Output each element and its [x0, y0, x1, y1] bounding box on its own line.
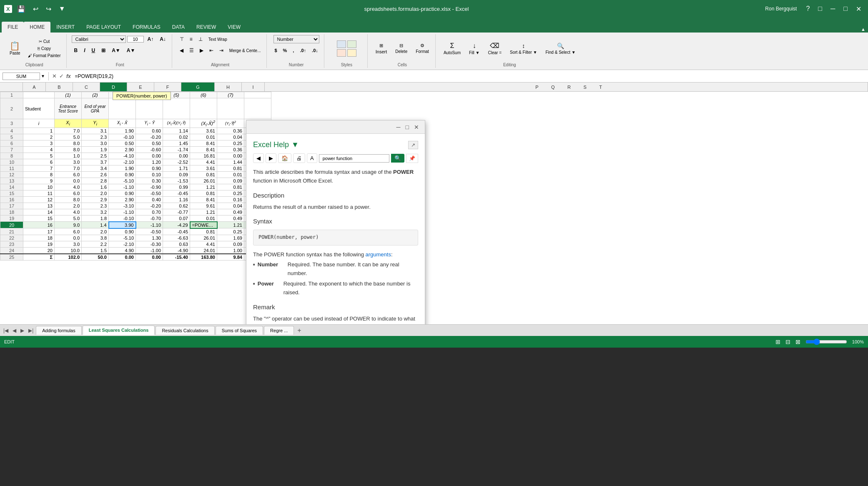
cell-D1[interactable]: (3) — [109, 92, 136, 98]
cell-A6[interactable]: 3 — [23, 140, 55, 146]
cell-H2[interactable] — [217, 98, 244, 119]
cell-C7[interactable]: 1.9 — [82, 146, 109, 153]
cell-B1[interactable]: (1) — [55, 92, 82, 98]
cell-A10[interactable]: 6 — [23, 159, 55, 165]
currency-button[interactable]: $ — [272, 47, 279, 54]
col-header-C[interactable]: C — [73, 83, 100, 91]
insert-cells-button[interactable]: ⊞ Insert — [373, 41, 390, 56]
find-select-button[interactable]: 🔍 Find & Select ▼ — [542, 41, 578, 56]
cell-F23[interactable]: 0.63 — [163, 241, 190, 247]
cell-D25[interactable]: 0.00 — [109, 254, 136, 261]
cell-B6[interactable]: 8.0 — [55, 140, 82, 146]
help-search-button[interactable]: 🔍 — [391, 154, 404, 163]
cell-D22[interactable]: -5.10 — [109, 235, 136, 241]
cell-H12[interactable]: 0.01 — [217, 171, 244, 178]
merge-center-button[interactable]: Merge & Cente... — [227, 47, 263, 54]
font-color-button[interactable]: A▼ — [124, 46, 138, 55]
cell-F4[interactable]: 1.14 — [163, 128, 190, 134]
tab-data[interactable]: DATA — [166, 22, 191, 33]
cell-H3[interactable]: (Yi-Ȳ)2 — [217, 119, 244, 128]
formula-input[interactable] — [73, 73, 865, 80]
help-search-input[interactable]: power function — [319, 154, 389, 163]
help-args-link[interactable]: arguments — [366, 251, 391, 258]
cell-B22[interactable]: 0.0 — [55, 235, 82, 241]
delete-cells-button[interactable]: ⊟ Delete — [392, 41, 410, 55]
name-box[interactable]: SUM — [3, 73, 40, 80]
help-button[interactable]: ? — [803, 4, 812, 13]
format-cells-button[interactable]: ⚙ Format — [413, 41, 432, 55]
font-decrease-button[interactable]: A↓ — [157, 35, 168, 43]
cell-D6[interactable]: 0.50 — [109, 140, 136, 146]
clear-button[interactable]: ⌫ Clear = — [485, 40, 504, 57]
tab-insert[interactable]: INSERT — [50, 22, 80, 33]
cell-F13[interactable]: -1.53 — [163, 178, 190, 184]
cell-A15[interactable]: 11 — [23, 190, 55, 196]
maximize-button[interactable]: □ — [841, 4, 850, 13]
cell-A17[interactable]: 13 — [23, 203, 55, 209]
cell-D11[interactable]: 1.90 — [109, 165, 136, 171]
collapse-ribbon-button[interactable]: ▲ — [858, 26, 868, 33]
col-header-I[interactable]: I — [242, 83, 265, 91]
cell-G23[interactable]: 4.41 — [190, 241, 217, 247]
cell-H7[interactable]: 0.36 — [217, 146, 244, 153]
cell-A22[interactable]: 18 — [23, 235, 55, 241]
cell-F1[interactable]: (5) — [163, 92, 190, 98]
percent-button[interactable]: % — [281, 47, 290, 54]
cell-C8[interactable]: 2.5 — [82, 153, 109, 159]
cell-D2[interactable] — [109, 98, 136, 119]
cell-C21[interactable]: 2.0 — [82, 228, 109, 235]
cell-H16[interactable]: 0.16 — [217, 196, 244, 203]
bold-button[interactable]: B — [72, 46, 80, 55]
cell-G17[interactable]: 9.61 — [190, 203, 217, 209]
cell-F21[interactable]: -0.45 — [163, 228, 190, 235]
align-middle-button[interactable]: ≡ — [187, 35, 195, 43]
cell-G5[interactable]: 0.01 — [190, 134, 217, 140]
cell-E17[interactable]: -0.20 — [136, 203, 163, 209]
align-top-button[interactable]: ⊤ — [177, 35, 186, 43]
cell-F14[interactable]: 0.99 — [163, 184, 190, 190]
cell-C13[interactable]: 2.8 — [82, 178, 109, 184]
sheet-nav-prev[interactable]: ◀ — [11, 327, 18, 334]
cell-A20[interactable]: 16 — [23, 222, 55, 228]
cell-C3[interactable]: Yi — [82, 119, 109, 128]
page-break-view-button[interactable]: ⊠ — [795, 338, 800, 345]
cell-D12[interactable]: 0.90 — [109, 171, 136, 178]
border-button[interactable]: ⊞ — [99, 46, 108, 55]
col-header-A[interactable]: A — [23, 83, 46, 91]
cell-F16[interactable]: 1.16 — [163, 196, 190, 203]
align-left-button[interactable]: ◀ — [177, 46, 186, 55]
cell-E7[interactable]: -0.60 — [136, 146, 163, 153]
cell-D24[interactable]: 4.90 — [109, 247, 136, 254]
zoom-slider[interactable] — [805, 338, 847, 345]
cell-E13[interactable]: 0.30 — [136, 178, 163, 184]
cell-A24[interactable]: 20 — [23, 247, 55, 254]
cell-D18[interactable]: -1.10 — [109, 209, 136, 215]
cell-H5[interactable]: 0.04 — [217, 134, 244, 140]
tab-least-squares[interactable]: Least Squares Calculations — [83, 326, 155, 335]
cell-D17[interactable]: -3.10 — [109, 203, 136, 209]
cell-B16[interactable]: 8.0 — [55, 196, 82, 203]
cell-D3[interactable]: Xi - X̄ — [109, 119, 136, 128]
help-maximize-button[interactable]: □ — [404, 124, 411, 130]
cell-D15[interactable]: 0.90 — [109, 190, 136, 196]
add-sheet-button[interactable]: + — [295, 327, 304, 334]
cell-B10[interactable]: 3.0 — [55, 159, 82, 165]
cell-H24[interactable]: 1.00 — [217, 247, 244, 254]
cell-F25[interactable]: -15.40 — [163, 254, 190, 261]
cell-F5[interactable]: 0.02 — [163, 134, 190, 140]
indent-decrease-button[interactable]: ⇤ — [207, 46, 216, 55]
italic-button[interactable]: I — [81, 46, 88, 55]
cell-F10[interactable]: -2.52 — [163, 159, 190, 165]
cell-H25[interactable]: 9.84 — [217, 254, 244, 261]
cell-C14[interactable]: 1.6 — [82, 184, 109, 190]
cell-C17[interactable]: 2.3 — [82, 203, 109, 209]
cell-B14[interactable]: 4.0 — [55, 184, 82, 190]
fill-color-button[interactable]: A▼ — [109, 46, 123, 55]
cell-E15[interactable]: -0.50 — [136, 190, 163, 196]
minimize-button[interactable]: ─ — [828, 4, 838, 13]
style-swatch-2[interactable] — [347, 40, 356, 48]
tab-adding-formulas[interactable]: Adding formulas — [36, 326, 82, 335]
number-format-select[interactable]: Number — [273, 35, 319, 43]
tab-view[interactable]: VIEW — [222, 22, 246, 33]
help-close-button[interactable]: ✕ — [412, 124, 421, 130]
